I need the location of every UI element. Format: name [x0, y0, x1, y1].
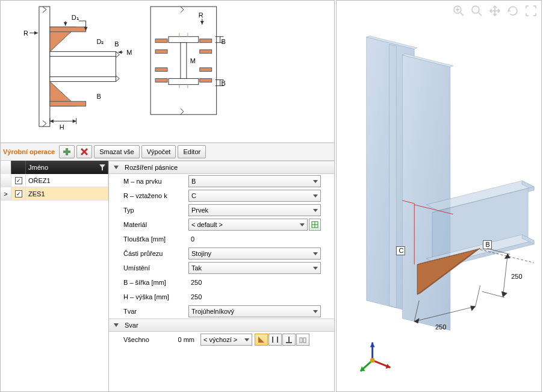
svg-marker-26 [50, 119, 54, 123]
member-b-label: B [486, 241, 490, 249]
svg-marker-109 [501, 291, 507, 297]
chevron-down-icon [313, 252, 318, 255]
material-select[interactable]: < default > [188, 219, 308, 231]
svg-rect-71 [303, 338, 306, 343]
clear-all-button[interactable]: Smazat vše [94, 145, 139, 158]
prop-label: Tvar [123, 308, 184, 315]
operation-checkbox[interactable]: ✓ [15, 190, 22, 198]
operation-row[interactable]: ✓ OŘEZ1 [1, 174, 108, 187]
shape-select[interactable]: Trojúhelníkový [188, 305, 321, 317]
chevron-down-icon [313, 194, 318, 198]
svg-marker-61 [99, 164, 105, 170]
weld-default-select[interactable]: < výchozí > [200, 334, 252, 346]
position-select[interactable]: Tak [188, 262, 321, 274]
weld-size-value[interactable]: 0 mm [168, 336, 198, 343]
svg-rect-37 [155, 68, 167, 72]
x-icon [80, 148, 88, 156]
chevron-down-icon [313, 267, 318, 270]
svg-text:R: R [199, 11, 203, 19]
editor-button[interactable]: Editor [178, 145, 206, 158]
prop-label: Tloušťka [mm] [123, 235, 184, 243]
material-library-button[interactable] [309, 219, 321, 231]
plus-icon [63, 148, 71, 156]
prop-label: R – vztaženo k [123, 192, 184, 199]
row-indicator: > [1, 187, 11, 200]
svg-marker-116 [370, 343, 375, 347]
operation-row[interactable]: > ✓ ZES1 [1, 187, 108, 201]
chevron-down-icon [313, 310, 318, 313]
svg-line-73 [461, 13, 464, 16]
svg-text:B: B [114, 40, 119, 48]
svg-rect-36 [200, 50, 212, 54]
ops-header-name: Jméno [28, 164, 48, 171]
type-select[interactable]: Prvek [188, 204, 321, 216]
weld-type-1-button[interactable] [255, 334, 268, 346]
operations-list: Jméno ✓ OŘEZ1 > ✓ ZES1 [1, 161, 109, 391]
svg-rect-39 [155, 78, 167, 82]
chevron-down-icon [300, 223, 305, 226]
properties-panel: Rozšíření pásnice M – na prvku B R – vzt… [109, 161, 334, 391]
fit-view-button[interactable] [523, 3, 539, 19]
section-parts-select[interactable]: Stojiny [188, 247, 321, 260]
operation-name: ZES1 [26, 187, 108, 200]
weld-all-label: Všechno [123, 336, 166, 343]
calculate-button[interactable]: Výpočet [141, 145, 176, 158]
collapse-icon [114, 323, 119, 327]
m-member-select[interactable]: B [188, 175, 321, 187]
rotate-button[interactable] [505, 3, 521, 19]
svg-line-101 [476, 285, 480, 306]
svg-rect-5 [50, 27, 86, 32]
svg-marker-21 [118, 51, 122, 54]
material-icon [311, 221, 318, 228]
r-related-select[interactable]: C [188, 190, 321, 202]
svg-point-117 [370, 358, 375, 362]
prop-label: Materiál [123, 221, 184, 228]
chevron-down-icon [313, 209, 318, 212]
svg-marker-27 [73, 119, 76, 123]
svg-text:M: M [190, 57, 196, 64]
chevron-down-icon [313, 180, 318, 183]
collapse-icon [114, 166, 119, 169]
weld-type-2-button[interactable] [268, 334, 282, 346]
zoom-out-button[interactable] [469, 3, 485, 19]
add-operation-button[interactable] [59, 145, 75, 158]
weld-single-icon [285, 335, 293, 344]
svg-rect-70 [300, 338, 302, 343]
svg-rect-32 [181, 43, 187, 79]
svg-line-77 [479, 13, 482, 16]
svg-text:B: B [222, 38, 226, 45]
weld-type-4-button[interactable] [296, 334, 309, 346]
operation-diagram: R D₁ D₂ B M B H [1, 1, 334, 143]
thickness-input[interactable]: 0 [188, 235, 197, 243]
prop-label: Typ [123, 207, 184, 214]
operations-toolbar: Výrobní operace Smazat vše Výpočet Edito… [1, 143, 334, 161]
prop-label: B – šířka [mm] [123, 279, 184, 286]
svg-text:D₂: D₂ [97, 38, 104, 45]
svg-point-76 [472, 6, 479, 13]
dimension-b: 250 [511, 273, 522, 280]
operation-checkbox[interactable]: ✓ [15, 177, 22, 184]
svg-rect-40 [200, 78, 212, 82]
svg-rect-7 [50, 101, 86, 106]
weld-none-icon [299, 335, 307, 344]
filter-icon[interactable] [99, 164, 105, 170]
group-header-weld[interactable]: Svar [109, 319, 334, 332]
3d-viewport[interactable]: C B 250 250 [336, 0, 542, 392]
h-height-input[interactable]: 250 [188, 293, 204, 300]
weld-type-3-button[interactable] [282, 334, 296, 346]
svg-marker-108 [504, 254, 510, 258]
pan-button[interactable] [487, 3, 503, 19]
svg-rect-30 [169, 37, 199, 43]
zoom-in-button[interactable] [451, 3, 467, 19]
svg-line-106 [482, 291, 505, 297]
b-width-input[interactable]: 250 [188, 279, 204, 286]
operation-name: OŘEZ1 [26, 174, 108, 187]
remove-operation-button[interactable] [76, 145, 92, 158]
prop-label: M – na prvku [123, 178, 184, 185]
group-header-expansion[interactable]: Rozšíření pásnice [109, 161, 334, 174]
svg-marker-65 [258, 337, 264, 343]
prop-label: Části průřezu [123, 250, 184, 257]
svg-rect-35 [155, 50, 167, 54]
svg-marker-82 [389, 44, 396, 307]
svg-rect-58 [63, 151, 70, 153]
